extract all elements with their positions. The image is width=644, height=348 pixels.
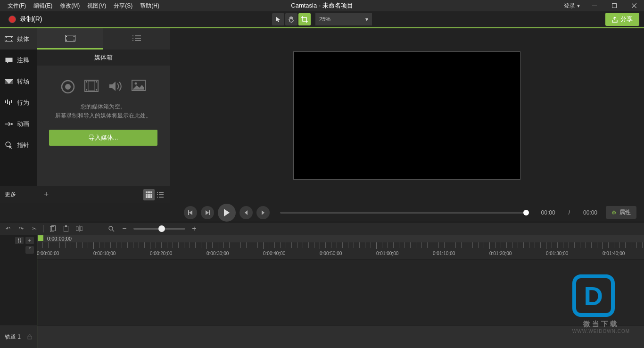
menu-modify[interactable]: 修改(M) [56,2,83,10]
minimize-button[interactable] [585,0,604,11]
zoom-handle[interactable] [158,225,165,232]
chevron-down-icon: ▾ [577,2,580,9]
sidebar-item-annotations[interactable]: 注释 [0,50,37,71]
share-button[interactable]: 分享 [605,13,639,26]
canvas[interactable] [293,51,520,180]
play-button[interactable] [218,204,236,222]
menu-view[interactable]: 视图(V) [83,2,110,10]
svg-rect-31 [148,191,150,193]
menubar: 文件(F) 编辑(E) 修改(M) 视图(V) 分享(S) 帮助(H) Camt… [0,0,644,11]
cursor-icon [5,142,13,149]
svg-rect-7 [6,58,13,62]
svg-rect-4 [6,40,7,41]
media-panel: 媒体箱 您的媒体箱为空。 屏幕录制和导入的媒体将显示在此处。 导入媒体... + [37,28,170,203]
sidebar-item-media[interactable]: 媒体 [0,28,37,50]
ruler-tick: 0:00:00;00 [37,251,59,256]
add-track-button[interactable]: + [25,237,34,244]
seek-handle[interactable] [523,210,529,215]
step-back-button[interactable] [239,206,253,219]
upload-icon [612,17,618,23]
panel-title: 媒体箱 [37,50,170,66]
total-time: 00:00 [583,209,597,216]
timeline-zoom-slider[interactable] [133,228,185,230]
svg-rect-37 [148,196,150,198]
svg-rect-10 [7,99,8,104]
cut-button[interactable]: ✂ [30,224,39,233]
svg-rect-5 [11,37,12,38]
menu-share[interactable]: 分享(S) [110,2,136,10]
media-bin-empty: 您的媒体箱为空。 屏幕录制和导入的媒体将显示在此处。 导入媒体... [37,66,170,186]
svg-point-13 [11,123,13,125]
record-button[interactable]: 录制(R) [4,13,47,25]
zoom-select[interactable]: 25%▾ [315,13,372,25]
collapse-tracks-button[interactable]: ˅ [25,246,34,254]
timeline-tracks[interactable]: 0:00:00;00 0:00:00;000:00:10;000:00:20;0… [37,235,644,348]
import-media-button[interactable]: 导入媒体... [49,130,157,146]
select-tool[interactable] [272,13,284,25]
next-frame-button[interactable] [201,206,214,219]
add-media-button[interactable]: + [41,189,52,200]
split-button[interactable] [75,224,83,233]
maximize-button[interactable] [604,0,624,11]
seek-bar[interactable] [280,212,526,214]
grid-view-button[interactable] [143,189,155,200]
lock-icon [27,334,32,340]
sidebar-item-transitions[interactable]: 转场 [0,71,37,92]
svg-rect-18 [74,36,74,37]
step-forward-button[interactable] [256,206,270,219]
close-button[interactable] [624,0,644,11]
zoom-in-button[interactable]: + [190,224,198,233]
playhead-marker[interactable] [38,235,43,241]
sidebar-item-animations[interactable]: 动画 [0,113,37,134]
svg-rect-32 [150,191,152,193]
record-icon [8,16,16,23]
sidebar-more[interactable]: 更多 [0,186,37,203]
svg-line-47 [112,230,114,232]
crop-tool[interactable] [298,13,311,25]
list-view-button[interactable] [155,189,166,200]
svg-rect-35 [150,194,152,196]
filmstrip-icon [65,35,75,41]
ruler-tick: 0:00:50;00 [320,251,342,256]
menu-file[interactable]: 文件(F) [4,2,30,10]
svg-rect-1 [612,4,617,8]
login-button[interactable]: 登录▾ [559,2,585,10]
sidebar: 媒体 注释 转场 行为 动画 指针 更多 [0,28,37,203]
timeline-ruler[interactable]: 0:00:00;000:00:10;000:00:20;000:00:30;00… [37,242,644,259]
timeline: + ˅ 轨道 1 0:00:00;00 0:00:00;000:00:10;00… [0,235,644,348]
playhead-line[interactable] [38,241,38,348]
menu-edit[interactable]: 编辑(E) [30,2,56,10]
svg-rect-30 [146,191,148,193]
time-separator: / [569,209,570,216]
copy-button[interactable] [49,224,57,233]
menu-help[interactable]: 帮助(H) [136,2,163,10]
panel-tab-library[interactable] [103,28,170,50]
properties-button[interactable]: ⚙ 属性 [606,206,636,219]
svg-rect-42 [65,225,67,227]
svg-rect-43 [76,227,78,231]
sidebar-item-behaviors[interactable]: 行为 [0,92,37,113]
svg-rect-38 [150,196,152,198]
paste-button[interactable] [62,224,70,233]
svg-rect-9 [5,100,6,103]
prev-frame-button[interactable] [184,206,197,219]
svg-rect-44 [80,227,83,231]
zoom-out-button[interactable]: − [120,224,129,233]
redo-button[interactable]: ↷ [17,224,25,233]
zoom-search-icon[interactable] [107,224,116,233]
svg-rect-41 [64,226,68,232]
track-1-row[interactable] [37,325,644,348]
ruler-tick: 0:01:00;00 [376,251,398,256]
svg-point-21 [65,84,71,90]
sidebar-item-cursor[interactable]: 指针 [0,134,37,156]
annotation-icon [5,57,13,64]
svg-rect-34 [148,194,150,196]
ruler-tick: 0:01:10;00 [433,251,455,256]
undo-button[interactable]: ↶ [4,224,12,233]
track-settings-button[interactable] [15,237,24,244]
panel-tab-media[interactable] [37,28,103,50]
track-1-header[interactable]: 轨道 1 [0,325,37,348]
svg-rect-27 [88,81,95,91]
pan-tool[interactable] [285,13,297,25]
svg-rect-16 [66,36,67,37]
